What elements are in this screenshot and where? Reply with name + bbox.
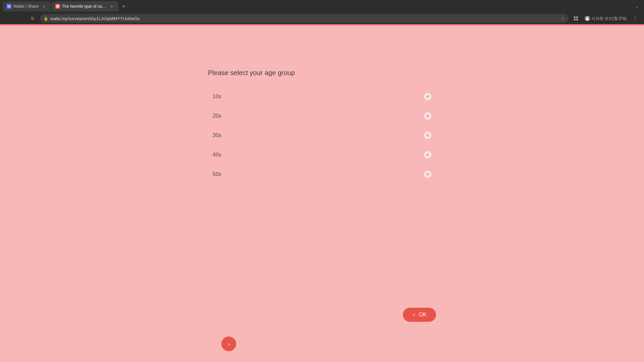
option-40s[interactable]: 40s bbox=[208, 145, 436, 165]
svg-point-1 bbox=[57, 6, 58, 7]
svg-rect-2 bbox=[574, 16, 576, 18]
tab-survey-close[interactable]: ✕ bbox=[109, 4, 114, 9]
menu-button[interactable]: ⋮ bbox=[631, 14, 640, 23]
page-content: Please select your age group 10s 20s 30s… bbox=[0, 25, 644, 362]
option-50s-label: 50s bbox=[213, 171, 221, 177]
tab-walla-close[interactable]: ✕ bbox=[41, 4, 47, 9]
profile-icon bbox=[585, 16, 590, 21]
option-20s-label: 20s bbox=[213, 113, 221, 119]
option-20s[interactable]: 20s bbox=[208, 106, 436, 126]
tab-bar-right: ⌄ bbox=[633, 3, 641, 10]
address-bar-row: ← → ↻ 🔒 walla.my/survey/om0Ap1LAOpMMYYUo… bbox=[0, 13, 644, 24]
question-title: Please select your age group bbox=[208, 69, 436, 77]
option-30s-label: 30s bbox=[213, 132, 221, 138]
profile-button[interactable]: 시크릿 모드(창 2개) bbox=[582, 15, 629, 22]
reload-button[interactable]: ↻ bbox=[28, 14, 38, 23]
option-50s[interactable]: 50s bbox=[208, 165, 436, 184]
tab-survey[interactable]: The favorite type of cat amo ✕ bbox=[51, 1, 118, 11]
options-list: 10s 20s 30s 40s 50s bbox=[208, 87, 436, 184]
svg-rect-3 bbox=[576, 16, 578, 18]
url-display: walla.my/survey/om0Ap1LAOpMMYYUo0wGs bbox=[50, 16, 559, 21]
ok-button-label: OK bbox=[419, 312, 427, 318]
tab-survey-label: The favorite type of cat amo bbox=[62, 4, 106, 9]
option-10s[interactable]: 10s bbox=[208, 87, 436, 106]
address-bar[interactable]: 🔒 walla.my/survey/om0Ap1LAOpMMYYUo0wGs ☆ bbox=[40, 14, 569, 23]
option-40s-label: 40s bbox=[213, 152, 221, 158]
bookmark-star-icon[interactable]: ☆ bbox=[561, 16, 565, 21]
option-10s-label: 10s bbox=[213, 94, 221, 100]
tab-walla-label: Walla! | Share bbox=[13, 4, 39, 9]
walla-favicon: W bbox=[7, 4, 11, 9]
radio-40s[interactable] bbox=[424, 151, 431, 159]
svg-rect-4 bbox=[574, 19, 576, 20]
browser-chrome: W Walla! | Share ✕ The favorite type of … bbox=[0, 0, 644, 24]
ok-button[interactable]: ✓ OK bbox=[403, 308, 436, 322]
survey-container: Please select your age group 10s 20s 30s… bbox=[208, 69, 436, 197]
toolbar-right: 시크릿 모드(창 2개) ⋮ bbox=[571, 14, 640, 23]
radio-30s[interactable] bbox=[424, 132, 431, 139]
svg-point-6 bbox=[586, 17, 588, 19]
tab-bar: W Walla! | Share ✕ The favorite type of … bbox=[0, 0, 644, 13]
radio-20s[interactable] bbox=[424, 112, 431, 120]
radio-50s[interactable] bbox=[424, 171, 431, 178]
option-30s[interactable]: 30s bbox=[208, 126, 436, 145]
profile-label: 시크릿 모드(창 2개) bbox=[591, 16, 627, 21]
survey-favicon bbox=[55, 4, 60, 9]
forward-button[interactable]: → bbox=[16, 14, 25, 23]
new-tab-button[interactable]: + bbox=[119, 2, 128, 11]
tab-list-chevron[interactable]: ⌄ bbox=[633, 3, 641, 10]
radio-10s[interactable] bbox=[424, 93, 431, 100]
lock-icon: 🔒 bbox=[44, 16, 48, 21]
tab-walla-share[interactable]: W Walla! | Share ✕ bbox=[3, 1, 51, 11]
next-button[interactable]: › bbox=[221, 337, 236, 351]
svg-rect-5 bbox=[576, 19, 578, 20]
ok-checkmark-icon: ✓ bbox=[412, 312, 416, 317]
back-button[interactable]: ← bbox=[4, 14, 13, 23]
next-arrow-icon: › bbox=[228, 341, 230, 348]
extensions-button[interactable] bbox=[571, 14, 581, 23]
